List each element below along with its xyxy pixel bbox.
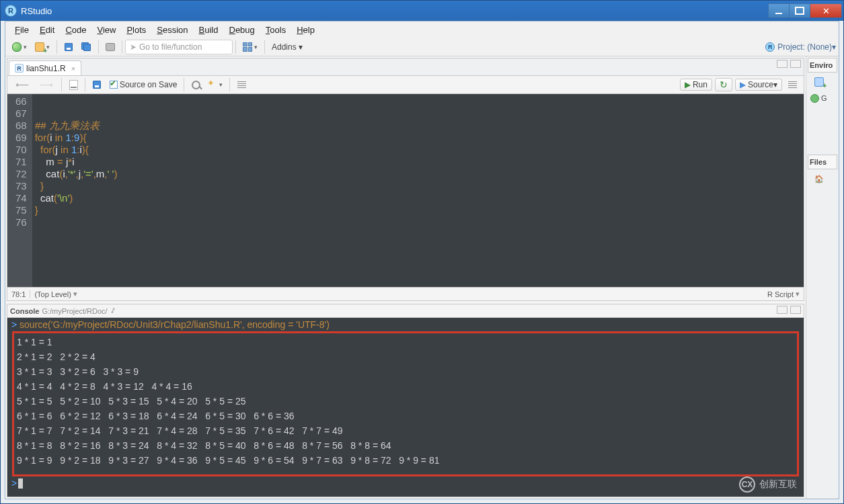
separator — [56, 40, 57, 54]
panes-layout-button[interactable]: ▾ — [239, 40, 261, 54]
menu-build[interactable]: Build — [194, 24, 224, 36]
app-window: R RStudio FileEditCodeViewPlotsSessionBu… — [0, 0, 844, 504]
find-button[interactable] — [188, 77, 204, 92]
menu-help[interactable]: Help — [291, 24, 320, 36]
watermark: CX创新互联 — [739, 476, 797, 493]
maximize-pane-button[interactable] — [790, 60, 801, 68]
menu-plots[interactable]: Plots — [121, 24, 151, 36]
output-highlight: 1 * 1 = 1 2 * 1 = 2 2 * 2 = 4 3 * 1 = 3 … — [12, 331, 799, 476]
console-prompt: > — [11, 319, 20, 330]
forward-button[interactable]: ⟶ — [35, 77, 58, 92]
source-tabs: R lianShu1.R × — [7, 58, 804, 75]
minimize-console-button[interactable] — [777, 306, 788, 314]
menu-session[interactable]: Session — [151, 24, 193, 36]
console-body[interactable]: > source('G:/myProject/RDoc/Unit3/rChap2… — [7, 318, 804, 497]
source-pane: R lianShu1.R × ⟵ ⟶ — [7, 58, 804, 301]
new-project-button[interactable]: ▾ — [32, 40, 53, 54]
menu-debug[interactable]: Debug — [224, 24, 260, 36]
code-editor[interactable]: 6667686970717273747576 ## 九九乘法表for(i in … — [7, 94, 804, 287]
right-column: Enviro G Files 🏠 — [806, 56, 839, 499]
back-button[interactable]: ⟵ — [11, 77, 34, 92]
global-env-icon[interactable] — [810, 94, 819, 103]
project-menu[interactable]: RProject: (None) ▾ — [765, 42, 836, 52]
separator — [184, 78, 184, 91]
separator — [229, 78, 230, 91]
console-title: Console — [10, 307, 39, 315]
run-button[interactable]: ▶Run — [680, 79, 712, 91]
maximize-button[interactable] — [789, 3, 810, 18]
menu-bar: FileEditCodeViewPlotsSessionBuildDebugTo… — [5, 22, 839, 38]
pane-window-controls — [777, 60, 801, 68]
popout-icon[interactable]: ⤢ — [109, 306, 118, 316]
source-button[interactable]: ▶Source ▾ — [735, 79, 782, 91]
main-toolbar: ▾ ▾ ➤Go to file/function ▾ Addins ▾ RPro… — [5, 38, 839, 56]
cursor — [18, 478, 23, 489]
addins-menu[interactable]: Addins ▾ — [268, 42, 307, 52]
console-window-controls — [777, 306, 801, 314]
console-header: Console G:/myProject/RDoc/ ⤢ — [7, 304, 804, 318]
filetype-selector[interactable]: R Script — [767, 290, 800, 298]
rerun-button[interactable]: ↻ — [715, 78, 732, 91]
console-pane: Console G:/myProject/RDoc/ ⤢ > source('G… — [7, 304, 804, 497]
r-file-icon: R — [15, 64, 24, 73]
save-script-button[interactable] — [89, 77, 105, 92]
separator — [61, 78, 62, 91]
separator — [235, 40, 236, 54]
new-file-button[interactable]: ▾ — [9, 40, 30, 54]
cursor-position: 78:1 — [11, 290, 30, 298]
console-path: G:/myProject/RDoc/ — [42, 307, 107, 315]
menu-file[interactable]: File — [9, 24, 34, 36]
separator — [98, 40, 99, 54]
menu-code[interactable]: Code — [60, 24, 91, 36]
code-area[interactable]: ## 九九乘法表for(i in 1:9){ for(j in 1:i){ m … — [32, 94, 120, 287]
close-tab-icon[interactable]: × — [71, 65, 75, 73]
compile-report-button[interactable] — [233, 77, 250, 92]
separator — [122, 40, 122, 54]
separator — [264, 40, 265, 54]
inner-frame: FileEditCodeViewPlotsSessionBuildDebugTo… — [5, 21, 839, 499]
scope-selector[interactable]: (Top Level) — [34, 290, 77, 298]
print-button[interactable] — [102, 40, 118, 54]
menu-edit[interactable]: Edit — [34, 24, 60, 36]
main-area: R lianShu1.R × ⟵ ⟶ — [5, 56, 839, 499]
home-button[interactable]: 🏠 — [811, 171, 827, 186]
maximize-console-button[interactable] — [790, 306, 801, 314]
minimize-button[interactable] — [768, 3, 790, 18]
import-button[interactable] — [811, 75, 827, 89]
environment-tab[interactable]: Enviro — [808, 58, 837, 73]
file-tab-name: lianShu1.R — [26, 64, 66, 73]
files-tab[interactable]: Files — [808, 155, 837, 169]
title-bar[interactable]: R RStudio — [1, 1, 843, 21]
window-controls — [769, 3, 842, 18]
close-button[interactable] — [810, 3, 842, 18]
editor-toolbar: ⟵ ⟶ Source on Save ▾ ▶Run — [7, 75, 804, 94]
file-tab[interactable]: R lianShu1.R × — [9, 60, 81, 75]
goto-file-input[interactable]: ➤Go to file/function — [125, 40, 233, 54]
minimize-pane-button[interactable] — [777, 60, 788, 68]
console-command: source('G:/myProject/RDoc/Unit3/rChap2/l… — [20, 319, 330, 330]
menu-view[interactable]: View — [91, 24, 121, 36]
save-button[interactable] — [61, 40, 77, 54]
show-in-new-window-button[interactable] — [65, 77, 81, 92]
console-prompt: > — [11, 478, 17, 489]
window-title: RStudio — [21, 6, 769, 16]
app-icon: R — [5, 5, 17, 17]
menu-tools[interactable]: Tools — [260, 24, 291, 36]
code-tools-button[interactable]: ▾ — [205, 77, 226, 92]
separator — [85, 78, 85, 91]
env-label: G — [821, 94, 827, 102]
save-all-button[interactable] — [78, 40, 95, 54]
editor-status-bar: 78:1 (Top Level) R Script — [7, 287, 804, 300]
left-column: R lianShu1.R × ⟵ ⟶ — [5, 56, 806, 499]
outline-button[interactable] — [784, 77, 800, 92]
line-gutter: 6667686970717273747576 — [7, 94, 32, 287]
source-on-save-checkbox[interactable]: Source on Save — [106, 77, 180, 92]
goto-placeholder: Go to file/function — [139, 42, 202, 52]
